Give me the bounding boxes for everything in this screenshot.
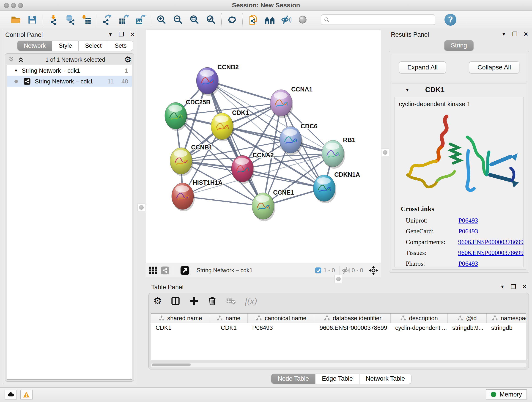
tab-network-table[interactable]: Network Table — [360, 374, 412, 384]
tab-select[interactable]: Select — [79, 41, 108, 51]
column-header-namespace[interactable]: namespace — [487, 313, 526, 323]
zoom-selected-icon[interactable] — [206, 14, 216, 25]
collection-expand-icon[interactable]: ▼ — [14, 68, 18, 73]
table-cell[interactable]: cyclin-dependent ... — [391, 323, 448, 332]
export-network-icon[interactable] — [102, 14, 113, 25]
table-hscrollbar-thumb[interactable] — [152, 364, 191, 366]
column-header-shared-name[interactable]: shared name — [151, 313, 210, 323]
network-canvas[interactable]: CCNB2CCNA1CDC25BCDK1CDC6RB1CCNB1CCNA2CDK… — [146, 30, 381, 263]
memory-button[interactable]: Memory — [486, 389, 527, 400]
table-close-icon[interactable]: ✕ — [522, 283, 527, 290]
close-panel-icon[interactable]: ✕ — [130, 31, 135, 38]
splitter-handle-bottom[interactable] — [335, 275, 342, 283]
node-CCNB2[interactable]: CCNB2 — [196, 64, 239, 96]
table-cell[interactable]: stringdb:9... — [448, 323, 487, 332]
table-options-gear-icon[interactable]: ⚙ — [153, 297, 162, 305]
splitter-handle-left[interactable] — [138, 204, 145, 211]
node-label-CCNB2: CCNB2 — [217, 64, 239, 70]
zoom-in-icon[interactable] — [156, 14, 167, 25]
global-search-input[interactable] — [321, 14, 435, 25]
export-image-icon[interactable] — [135, 14, 146, 25]
tab-sets[interactable]: Sets — [108, 41, 133, 51]
tab-network[interactable]: Network — [17, 41, 52, 51]
save-session-icon[interactable] — [27, 14, 38, 25]
clipboard-network-icon[interactable] — [248, 14, 259, 25]
panel-menu-icon[interactable]: ▼ — [108, 32, 113, 37]
results-close-icon[interactable]: ✕ — [523, 31, 528, 38]
column-header-name[interactable]: name — [210, 313, 248, 323]
column-header-database-identifier[interactable]: database identifier — [315, 313, 391, 323]
crosslink-link[interactable]: P06493 — [458, 260, 478, 267]
node-CDC6[interactable]: CDC6 — [279, 123, 317, 155]
column-header-description[interactable]: description — [391, 313, 448, 323]
network-options-gear-icon[interactable]: ⚙ — [124, 56, 132, 64]
import-network-file-icon[interactable] — [48, 14, 59, 25]
collapse-all-networks-icon[interactable] — [7, 56, 15, 64]
node-table[interactable]: shared namenamecanonical namedatabase id… — [151, 313, 526, 360]
column-header-canonical-name[interactable]: canonical name — [248, 313, 315, 323]
memory-label: Memory — [500, 391, 522, 398]
table-cell[interactable]: 9606.ENSP00000378699 — [315, 323, 391, 332]
tab-string[interactable]: String — [444, 40, 474, 51]
delete-column-icon[interactable] — [207, 296, 217, 306]
column-header--id[interactable]: @id — [448, 313, 487, 323]
birdseye-navigator-icon[interactable] — [369, 266, 378, 275]
node-CDC25B[interactable]: CDC25B — [165, 99, 210, 131]
collapse-all-button[interactable]: Collapse All — [469, 61, 519, 73]
import-table-file-icon[interactable] — [81, 14, 92, 25]
grid-view-icon[interactable] — [149, 266, 157, 275]
table-cell[interactable]: CDK1 — [151, 323, 210, 332]
gene-description: cyclin-dependent kinase 1 — [395, 97, 524, 109]
results-menu-icon[interactable]: ▼ — [501, 32, 506, 37]
gene-collapse-icon[interactable]: ▼ — [405, 87, 410, 93]
network-panel: 1 of 1 Network selected ⚙ ▼ String Netwo… — [5, 53, 134, 382]
gene-symbol: CDK1 — [425, 86, 444, 94]
table-float-icon[interactable]: ❐ — [511, 283, 516, 290]
show-columns-icon[interactable] — [171, 296, 180, 306]
first-neighbors-icon[interactable] — [264, 14, 275, 25]
add-column-icon[interactable] — [189, 296, 199, 306]
tab-style[interactable]: Style — [52, 41, 79, 51]
table-cell[interactable]: stringdb — [487, 323, 526, 332]
zoom-out-icon[interactable] — [173, 14, 183, 25]
warnings-button[interactable] — [20, 390, 32, 400]
expand-all-networks-icon[interactable] — [17, 56, 25, 64]
import-network-database-icon[interactable] — [65, 14, 75, 25]
edge-CCNB2-CCNE1[interactable] — [207, 81, 263, 206]
crosslink-link[interactable]: P06493 — [458, 217, 478, 224]
network-row-selected[interactable]: String Network – cdk1 11 48 — [7, 76, 132, 87]
zoom-fit-icon[interactable] — [189, 14, 200, 25]
network-view-title: String Network – cdk1 — [196, 267, 253, 274]
open-session-icon[interactable] — [11, 14, 21, 25]
crosslink-link[interactable]: 9606.ENSP00000378699 — [458, 238, 524, 246]
network-collection-row[interactable]: ▼ String Network – cdk1 1 — [7, 65, 132, 76]
show-all-icon[interactable] — [298, 14, 308, 25]
tab-node-table[interactable]: Node Table — [271, 374, 316, 384]
node-CCNE1[interactable]: CCNE1 — [252, 189, 294, 221]
crosslink-label: Uniprot: — [401, 217, 458, 224]
float-panel-icon[interactable]: ❐ — [119, 31, 124, 38]
selected-nodes-checkbox-icon[interactable] — [315, 267, 322, 274]
node-HIST1H1A[interactable]: HIST1H1A — [172, 179, 223, 211]
network-graph[interactable]: CCNB2CCNA1CDC25BCDK1CDC6RB1CCNB1CCNA2CDK… — [146, 30, 381, 263]
node-CDKN1A[interactable]: CDKN1A — [313, 171, 360, 203]
tab-edge-table[interactable]: Edge Table — [316, 374, 360, 384]
table-cell[interactable]: CDK1 — [210, 323, 248, 332]
table-cell[interactable]: P06493 — [248, 323, 315, 332]
edge-CCNA2-CDKN1A[interactable] — [242, 169, 324, 188]
export-table-icon[interactable] — [119, 14, 129, 25]
help-button[interactable]: ? — [444, 14, 456, 26]
open-view-icon[interactable] — [180, 266, 190, 275]
table-menu-icon[interactable]: ▼ — [500, 284, 505, 289]
crosslink-link[interactable]: 9606.ENSP00000378699 — [458, 249, 524, 256]
crosslink-link[interactable]: P06493 — [458, 228, 478, 235]
table-row[interactable]: CDK1CDK1P064939606.ENSP00000378699cyclin… — [151, 323, 526, 332]
expand-all-button[interactable]: Expand All — [399, 61, 446, 73]
node-RB1[interactable]: RB1 — [322, 137, 355, 169]
memory-status-dot — [491, 392, 496, 397]
network-view-type-icon[interactable] — [161, 266, 169, 275]
hide-selected-icon[interactable] — [281, 14, 291, 25]
refresh-network-icon[interactable] — [227, 14, 237, 25]
cloud-status-button[interactable] — [5, 390, 17, 400]
results-float-icon[interactable]: ❐ — [512, 31, 517, 38]
